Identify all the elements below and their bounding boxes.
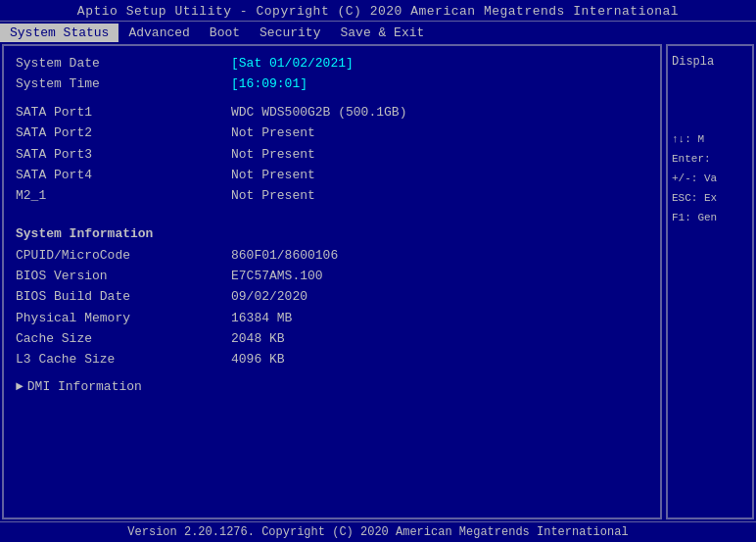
physical-memory-value: 16384 MB	[231, 309, 648, 328]
menu-system-status[interactable]: System Status	[0, 24, 118, 42]
l3-cache-label: L3 Cache Size	[16, 350, 231, 370]
sata-port2-label: SATA Port2	[16, 123, 231, 143]
sata-port4-row: SATA Port4 Not Present	[16, 166, 648, 185]
bios-build-label: BIOS Build Date	[16, 287, 231, 307]
dmi-info-row[interactable]: ► DMI Information	[16, 377, 648, 397]
sata-port2-value: Not Present	[231, 123, 648, 143]
help-key-5: F1: Gen	[672, 209, 748, 228]
cache-size-row: Cache Size 2048 KB	[16, 329, 648, 349]
help-key-2: Enter:	[672, 150, 748, 170]
bios-version-value: E7C57AMS.100	[231, 267, 648, 286]
help-key-4: ESC: Ex	[672, 189, 748, 209]
system-time-value[interactable]: [16:09:01]	[231, 74, 648, 94]
sata-port1-row: SATA Port1 WDC WDS500G2B (500.1GB)	[16, 103, 648, 123]
menu-save-exit[interactable]: Save & Exit	[330, 24, 434, 42]
l3-cache-row: L3 Cache Size 4096 KB	[16, 350, 648, 370]
system-date-row: System Date [Sat 01/02/2021]	[16, 54, 648, 74]
bios-build-value: 09/02/2020	[231, 287, 648, 307]
sata-port1-value: WDC WDS500G2B (500.1GB)	[231, 103, 648, 123]
cache-size-label: Cache Size	[16, 329, 231, 349]
content-panel: System Date [Sat 01/02/2021] System Time…	[2, 44, 662, 519]
m2-1-label: M2_1	[16, 186, 231, 206]
help-key-3: +/-: Va	[672, 170, 748, 189]
system-time-label: System Time	[16, 74, 231, 94]
menu-security[interactable]: Security	[250, 24, 330, 42]
menu-boot[interactable]: Boot	[200, 24, 250, 42]
system-time-row: System Time [16:09:01]	[16, 74, 648, 94]
bios-setup-utility: Aptio Setup Utility - Copyright (C) 2020…	[0, 0, 756, 542]
physical-memory-row: Physical Memory 16384 MB	[16, 309, 648, 328]
sata-port1-label: SATA Port1	[16, 103, 231, 123]
cpuid-label: CPUID/MicroCode	[16, 246, 231, 266]
status-bar: Version 2.20.1276. Copyright (C) 2020 Am…	[0, 521, 756, 542]
bios-version-row: BIOS Version E7C57AMS.100	[16, 267, 648, 286]
sata-port3-label: SATA Port3	[16, 145, 231, 165]
bios-version-label: BIOS Version	[16, 267, 231, 286]
sata-port3-row: SATA Port3 Not Present	[16, 145, 648, 165]
help-keys: ↑↓: M Enter: +/-: Va ESC: Ex F1: Gen	[672, 130, 748, 227]
title-text: Aptio Setup Utility - Copyright (C) 2020…	[77, 4, 679, 19]
system-info-header: System Information	[16, 224, 648, 244]
sata-port2-row: SATA Port2 Not Present	[16, 123, 648, 143]
help-panel: Displa ↑↓: M Enter: +/-: Va ESC: Ex F1: …	[666, 44, 754, 519]
cache-size-value: 2048 KB	[231, 329, 648, 349]
sata-port4-label: SATA Port4	[16, 166, 231, 185]
help-title: Displa	[672, 52, 748, 72]
menu-advanced[interactable]: Advanced	[118, 24, 199, 42]
physical-memory-label: Physical Memory	[16, 309, 231, 328]
system-date-label: System Date	[16, 54, 231, 74]
help-key-1: ↑↓: M	[672, 130, 748, 150]
dmi-arrow-icon: ►	[16, 377, 24, 397]
l3-cache-value: 4096 KB	[231, 350, 648, 370]
main-area: System Date [Sat 01/02/2021] System Time…	[0, 42, 756, 521]
sata-port4-value: Not Present	[231, 166, 648, 185]
m2-1-value: Not Present	[231, 186, 648, 206]
cpuid-row: CPUID/MicroCode 860F01/8600106	[16, 246, 648, 266]
m2-1-row: M2_1 Not Present	[16, 186, 648, 206]
system-date-value[interactable]: [Sat 01/02/2021]	[231, 54, 648, 74]
status-text: Version 2.20.1276. Copyright (C) 2020 Am…	[127, 525, 628, 539]
bios-build-row: BIOS Build Date 09/02/2020	[16, 287, 648, 307]
cpuid-value: 860F01/8600106	[231, 246, 648, 266]
dmi-info-label: DMI Information	[27, 377, 142, 397]
sata-port3-value: Not Present	[231, 145, 648, 165]
menu-bar: System Status Advanced Boot Security Sav…	[0, 21, 756, 42]
title-bar: Aptio Setup Utility - Copyright (C) 2020…	[0, 0, 756, 21]
